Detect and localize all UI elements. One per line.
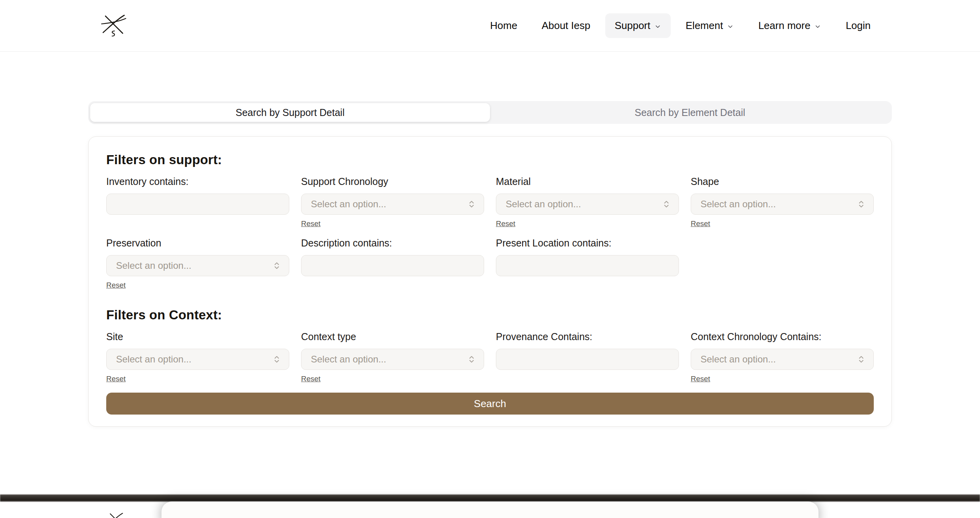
chevron-down-icon [727, 23, 734, 30]
context-fields-grid: Site Select an option... Reset Context t… [106, 331, 874, 383]
select-placeholder: Select an option... [116, 354, 191, 365]
shape-label: Shape [691, 176, 874, 187]
chevron-up-down-icon [467, 200, 476, 208]
inventory-label: Inventory contains: [106, 176, 289, 187]
support-chronology-select[interactable]: Select an option... [301, 194, 484, 215]
preservation-reset[interactable]: Reset [106, 281, 126, 290]
tab-search-by-element[interactable]: Search by Element Detail [490, 103, 890, 122]
logo-icon [100, 13, 127, 39]
material-label: Material [496, 176, 679, 187]
nav-item-support[interactable]: Support [605, 13, 671, 38]
preservation-select[interactable]: Select an option... [106, 255, 289, 276]
description-label: Description contains: [301, 237, 484, 249]
field-support-chronology: Support Chronology Select an option... R… [301, 176, 484, 228]
inventory-input[interactable] [106, 194, 289, 215]
context-chronology-select[interactable]: Select an option... [691, 349, 874, 370]
nav-item-element[interactable]: Element [676, 13, 743, 38]
chevron-up-down-icon [467, 355, 476, 364]
tab-search-by-support[interactable]: Search by Support Detail [90, 103, 490, 122]
chevron-down-icon [814, 23, 821, 30]
chevron-down-icon [654, 23, 661, 30]
support-fields-grid: Inventory contains: Support Chronology S… [106, 176, 874, 290]
support-filters-heading: Filters on support: [106, 152, 874, 167]
select-placeholder: Select an option... [701, 354, 776, 365]
filters-card: Filters on support: Inventory contains: … [88, 136, 892, 427]
shape-select[interactable]: Select an option... [691, 194, 874, 215]
nav-item-about[interactable]: About Iesp [532, 13, 600, 38]
support-chronology-reset[interactable]: Reset [301, 219, 321, 228]
select-placeholder: Select an option... [311, 199, 386, 210]
site-select[interactable]: Select an option... [106, 349, 289, 370]
support-chronology-label: Support Chronology [301, 176, 484, 187]
provenance-label: Provenance Contains: [496, 331, 679, 342]
field-present-location: Present Location contains: [496, 237, 679, 290]
chevron-up-down-icon [272, 261, 281, 270]
page: Home About Iesp Support Element Learn mo… [0, 0, 980, 518]
description-input[interactable] [301, 255, 484, 276]
select-placeholder: Select an option... [701, 199, 776, 210]
site-reset[interactable]: Reset [106, 375, 126, 383]
navbar: Home About Iesp Support Element Learn mo… [0, 0, 980, 52]
search-mode-tabs: Search by Support Detail Search by Eleme… [88, 101, 892, 124]
logo[interactable] [100, 13, 127, 39]
material-reset[interactable]: Reset [496, 219, 515, 228]
navbar-inner: Home About Iesp Support Element Learn mo… [88, 13, 892, 39]
nav-item-learn-more-label: Learn more [758, 20, 810, 32]
field-preservation: Preservation Select an option... Reset [106, 237, 289, 290]
material-select[interactable]: Select an option... [496, 194, 679, 215]
footer-logo-partial [107, 512, 125, 518]
select-placeholder: Select an option... [311, 354, 386, 365]
select-placeholder: Select an option... [116, 260, 191, 271]
context-type-select[interactable]: Select an option... [301, 349, 484, 370]
nav-item-support-label: Support [615, 20, 650, 32]
provenance-input[interactable] [496, 349, 679, 370]
nav-links: Home About Iesp Support Element Learn mo… [481, 13, 880, 38]
context-chronology-label: Context Chronology Contains: [691, 331, 874, 342]
context-chronology-reset[interactable]: Reset [691, 375, 710, 383]
nav-item-element-label: Element [686, 20, 723, 32]
chevron-up-down-icon [857, 200, 866, 208]
context-filters-heading: Filters on Context: [106, 308, 874, 322]
context-type-label: Context type [301, 331, 484, 342]
preservation-label: Preservation [106, 237, 289, 249]
site-label: Site [106, 331, 289, 342]
field-description: Description contains: [301, 237, 484, 290]
chevron-up-down-icon [857, 355, 866, 364]
nav-item-learn-more[interactable]: Learn more [749, 13, 831, 38]
present-location-input[interactable] [496, 255, 679, 276]
shape-reset[interactable]: Reset [691, 219, 710, 228]
footer-panel [162, 502, 818, 518]
nav-item-login[interactable]: Login [836, 13, 880, 38]
present-location-label: Present Location contains: [496, 237, 679, 249]
main-content: Search by Support Detail Search by Eleme… [88, 101, 892, 427]
chevron-up-down-icon [272, 355, 281, 364]
field-site: Site Select an option... Reset [106, 331, 289, 383]
field-context-type: Context type Select an option... Reset [301, 331, 484, 383]
field-context-chronology: Context Chronology Contains: Select an o… [691, 331, 874, 383]
select-placeholder: Select an option... [506, 199, 581, 210]
nav-item-home[interactable]: Home [481, 13, 526, 38]
field-shape: Shape Select an option... Reset [691, 176, 874, 228]
field-material: Material Select an option... Reset [496, 176, 679, 228]
search-button[interactable]: Search [106, 393, 874, 415]
field-provenance: Provenance Contains: [496, 331, 679, 383]
chevron-up-down-icon [662, 200, 671, 208]
footer-top-band [0, 494, 980, 502]
context-type-reset[interactable]: Reset [301, 375, 321, 383]
field-inventory: Inventory contains: [106, 176, 289, 228]
